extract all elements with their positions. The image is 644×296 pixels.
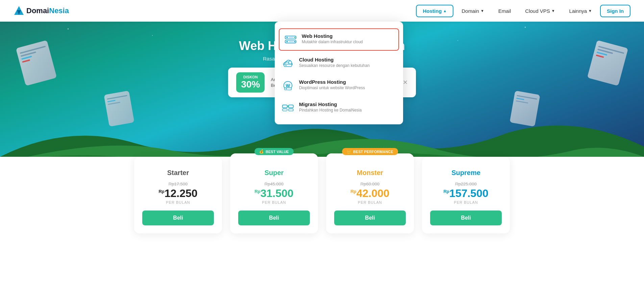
per-bulan-supreme: PER BULAN bbox=[454, 200, 478, 204]
svg-rect-21 bbox=[289, 109, 293, 111]
cloud-hosting-subtitle: Sesuaikan resource dengan kebutuhan bbox=[299, 63, 370, 68]
badge-icon-monster: 👑 bbox=[347, 149, 351, 154]
per-bulan-starter: PER BULAN bbox=[166, 200, 190, 204]
promo-diskon-label: DISKON bbox=[241, 75, 260, 79]
hosting-chevron-icon: ▲ bbox=[443, 9, 447, 13]
wordpress-hosting-subtitle: Dioptimasi untuk website WordPress bbox=[299, 85, 365, 90]
migrasi-hosting-icon bbox=[281, 101, 294, 114]
svg-rect-6 bbox=[289, 37, 293, 38]
wordpress-hosting-icon: W bbox=[281, 79, 294, 92]
wordpress-hosting-text: WordPress Hosting Dioptimasi untuk websi… bbox=[299, 79, 365, 90]
svg-rect-18 bbox=[282, 105, 287, 108]
cloud-hosting-icon bbox=[281, 57, 294, 70]
pricing-card-supreme: Supreme Rp225.000 Rp157.500 PER BULAN Be… bbox=[422, 157, 510, 233]
cloud-hosting-text: Cloud Hosting Sesuaikan resource dengan … bbox=[299, 57, 370, 68]
badge-icon-super: 💰 bbox=[259, 149, 264, 154]
price-orig-super: Rp45.000 bbox=[265, 181, 283, 187]
svg-rect-9 bbox=[294, 41, 295, 42]
card-title-supreme: Supreme bbox=[451, 169, 480, 177]
svg-point-17 bbox=[286, 89, 287, 90]
price-curr-super: Rp31.500 bbox=[254, 187, 293, 200]
web-hosting-icon bbox=[284, 33, 297, 46]
svg-rect-8 bbox=[294, 37, 295, 38]
svg-point-11 bbox=[289, 61, 292, 64]
dropdown-item-wordpress-hosting[interactable]: W WordPress Hosting Dioptimasi untuk web… bbox=[275, 74, 403, 97]
promo-diskon-box: DISKON 30% bbox=[236, 72, 265, 93]
domain-nav-btn[interactable]: Domain ▼ bbox=[455, 5, 490, 17]
web-hosting-text: Web Hosting Mutakhir dalam infrastruktur… bbox=[302, 33, 363, 44]
price-orig-supreme: Rp225.000 bbox=[455, 181, 477, 187]
dropdown-item-migrasi-hosting[interactable]: Migrasi Hosting Pindahkan Hosting ke Dom… bbox=[275, 97, 403, 119]
per-bulan-monster: PER BULAN bbox=[358, 200, 382, 204]
pricing-card-monster: 👑 BEST PERFORMANCE Monster Rp60.000 Rp42… bbox=[326, 153, 414, 233]
beli-btn-super[interactable]: Beli bbox=[238, 211, 310, 225]
badge-monster: 👑 BEST PERFORMANCE bbox=[342, 148, 398, 155]
badge-super: 💰 BEST VALUE bbox=[254, 148, 294, 155]
wordpress-hosting-title: WordPress Hosting bbox=[299, 79, 365, 85]
price-curr-starter: Rp12.250 bbox=[158, 187, 197, 200]
promo-diskon-value: 30% bbox=[241, 79, 260, 90]
card-title-starter: Starter bbox=[167, 169, 189, 177]
signin-btn[interactable]: Sign In bbox=[600, 5, 630, 17]
migrasi-hosting-title: Migrasi Hosting bbox=[299, 101, 362, 107]
brand-name: DomaiNesia bbox=[26, 6, 69, 15]
navbar: DomaiNesia Hosting ▲ Domain ▼ Email Clou… bbox=[0, 0, 644, 22]
pricing-card-starter: Starter Rp17.500 Rp12.250 PER BULAN Beli bbox=[134, 157, 222, 233]
migrasi-hosting-subtitle: Pindahkan Hosting ke DomaiNesia bbox=[299, 108, 362, 113]
lainnya-chevron-icon: ▼ bbox=[588, 9, 592, 13]
server-float-cl bbox=[104, 91, 134, 127]
hosting-nav-btn[interactable]: Hosting ▲ bbox=[416, 5, 453, 17]
price-curr-monster: Rp42.000 bbox=[350, 187, 389, 200]
web-hosting-subtitle: Mutakhir dalam infrastruktur cloud bbox=[302, 40, 363, 44]
price-orig-starter: Rp17.500 bbox=[169, 181, 188, 187]
price-curr-supreme: Rp157.500 bbox=[443, 187, 488, 200]
server-float-tl bbox=[16, 40, 57, 86]
beli-btn-monster[interactable]: Beli bbox=[334, 211, 406, 225]
email-nav-btn[interactable]: Email bbox=[492, 5, 517, 17]
svg-rect-19 bbox=[289, 105, 293, 108]
promo-close-btn[interactable]: ✕ bbox=[403, 79, 408, 86]
svg-rect-7 bbox=[289, 41, 293, 42]
logo[interactable]: DomaiNesia bbox=[14, 5, 69, 16]
nav-links: Hosting ▲ Domain ▼ Email Cloud VPS ▼ Lai… bbox=[416, 5, 630, 17]
domain-chevron-icon: ▼ bbox=[480, 9, 484, 13]
beli-btn-supreme[interactable]: Beli bbox=[430, 211, 502, 225]
cloudvps-nav-btn[interactable]: Cloud VPS ▼ bbox=[519, 5, 561, 17]
logo-icon bbox=[14, 5, 24, 16]
beli-btn-starter[interactable]: Beli bbox=[142, 211, 214, 225]
cloud-hosting-title: Cloud Hosting bbox=[299, 57, 370, 63]
svg-point-5 bbox=[287, 41, 288, 42]
pricing-section: Starter Rp17.500 Rp12.250 PER BULAN Beli… bbox=[0, 157, 644, 254]
web-hosting-title: Web Hosting bbox=[302, 33, 363, 39]
server-float-cr bbox=[510, 91, 540, 127]
dropdown-item-web-hosting[interactable]: Web Hosting Mutakhir dalam infrastruktur… bbox=[279, 28, 399, 51]
pricing-card-super: 💰 BEST VALUE Super Rp45.000 Rp31.500 PER… bbox=[230, 153, 318, 233]
cloudvps-chevron-icon: ▼ bbox=[551, 9, 555, 13]
hosting-dropdown: Web Hosting Mutakhir dalam infrastruktur… bbox=[275, 22, 403, 124]
per-bulan-super: PER BULAN bbox=[262, 200, 286, 204]
server-float-tr bbox=[587, 40, 628, 86]
migrasi-hosting-text: Migrasi Hosting Pindahkan Hosting ke Dom… bbox=[299, 101, 362, 113]
svg-rect-12 bbox=[284, 64, 292, 67]
card-title-monster: Monster bbox=[357, 169, 383, 177]
dropdown-item-cloud-hosting[interactable]: Cloud Hosting Sesuaikan resource dengan … bbox=[275, 52, 403, 74]
svg-rect-20 bbox=[282, 109, 287, 111]
price-orig-monster: Rp60.000 bbox=[361, 181, 379, 187]
svg-point-4 bbox=[287, 37, 288, 38]
card-title-super: Super bbox=[265, 169, 284, 177]
lainnya-nav-btn[interactable]: Lainnya ▼ bbox=[563, 5, 598, 17]
svg-rect-16 bbox=[284, 88, 292, 90]
svg-text:W: W bbox=[286, 83, 290, 88]
svg-point-13 bbox=[286, 65, 287, 66]
